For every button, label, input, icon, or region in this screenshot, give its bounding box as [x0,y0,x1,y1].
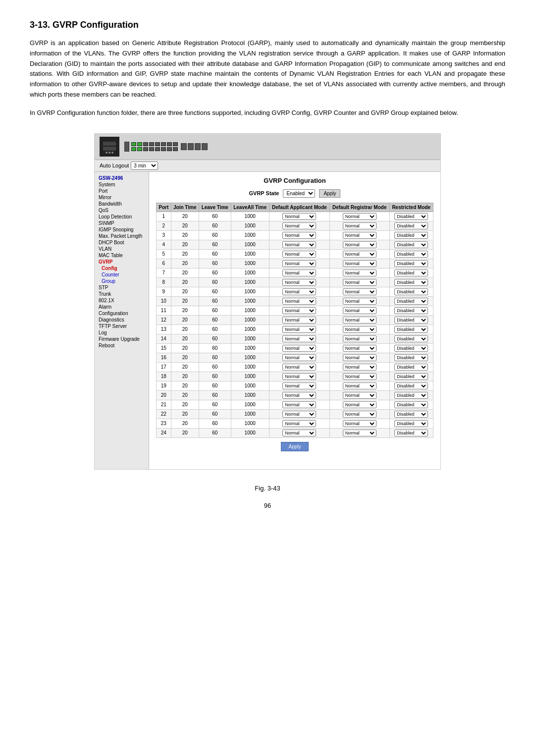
sidebar-item-bandwidth[interactable]: Bandwidth [95,201,149,207]
select-registrar-3[interactable]: NormalFixedForbidden [343,232,376,239]
cell-registrar-4[interactable]: NormalFixedForbidden [329,240,389,249]
select-applicant-16[interactable]: NormalFixedForbidden [282,354,316,361]
select-restricted-12[interactable]: DisabledEnabled [394,317,428,324]
cell-applicant-10[interactable]: NormalFixedForbidden [269,296,329,306]
select-registrar-19[interactable]: NormalFixedForbidden [343,382,376,389]
select-restricted-14[interactable]: DisabledEnabled [394,335,428,342]
cell-restricted-20[interactable]: DisabledEnabled [389,390,433,400]
cell-applicant-8[interactable]: NormalFixedForbidden [269,277,329,287]
select-applicant-3[interactable]: NormalFixedForbidden [282,232,316,239]
cell-applicant-17[interactable]: NormalFixedForbidden [269,362,329,372]
cell-applicant-5[interactable]: NormalFixedForbidden [269,249,329,259]
select-restricted-7[interactable]: DisabledEnabled [394,270,428,276]
select-applicant-13[interactable]: NormalFixedForbidden [282,326,316,333]
cell-applicant-24[interactable]: NormalFixedForbidden [269,428,329,437]
cell-restricted-18[interactable]: DisabledEnabled [389,372,433,381]
cell-restricted-5[interactable]: DisabledEnabled [389,249,433,259]
select-restricted-18[interactable]: DisabledEnabled [394,373,428,380]
select-registrar-21[interactable]: NormalFixedForbidden [343,401,376,408]
select-registrar-23[interactable]: NormalFixedForbidden [343,420,376,427]
select-applicant-15[interactable]: NormalFixedForbidden [282,345,316,352]
sidebar-item-system[interactable]: System [95,181,149,188]
sidebar-item-gvrp[interactable]: GVRP [95,259,149,265]
cell-registrar-18[interactable]: NormalFixedForbidden [329,372,389,381]
cell-restricted-7[interactable]: DisabledEnabled [389,268,433,277]
cell-registrar-7[interactable]: NormalFixedForbidden [329,268,389,277]
select-applicant-6[interactable]: NormalFixedForbidden [282,260,316,267]
cell-restricted-24[interactable]: DisabledEnabled [389,428,433,437]
select-registrar-7[interactable]: NormalFixedForbidden [343,270,376,276]
select-registrar-14[interactable]: NormalFixedForbidden [343,335,376,342]
select-registrar-18[interactable]: NormalFixedForbidden [343,373,376,380]
select-restricted-24[interactable]: DisabledEnabled [394,430,428,436]
cell-applicant-12[interactable]: NormalFixedForbidden [269,315,329,324]
select-registrar-22[interactable]: NormalFixedForbidden [343,411,376,418]
cell-restricted-9[interactable]: DisabledEnabled [389,287,433,296]
cell-applicant-4[interactable]: NormalFixedForbidden [269,240,329,249]
cell-applicant-22[interactable]: NormalFixedForbidden [269,409,329,419]
cell-registrar-17[interactable]: NormalFixedForbidden [329,362,389,372]
cell-restricted-10[interactable]: DisabledEnabled [389,296,433,306]
sidebar-item-port[interactable]: Port [95,188,149,194]
sidebar-item-mirror[interactable]: Mirror [95,194,149,201]
select-restricted-10[interactable]: DisabledEnabled [394,298,428,305]
sidebar-item-gvrp-config[interactable]: Config [95,265,149,271]
cell-applicant-19[interactable]: NormalFixedForbidden [269,381,329,390]
cell-restricted-19[interactable]: DisabledEnabled [389,381,433,390]
cell-restricted-6[interactable]: DisabledEnabled [389,259,433,268]
select-registrar-12[interactable]: NormalFixedForbidden [343,317,376,324]
sidebar-item-configuration[interactable]: Configuration [95,310,149,317]
select-registrar-11[interactable]: NormalFixedForbidden [343,307,376,314]
sidebar-item-reboot[interactable]: Reboot [95,342,149,349]
cell-applicant-13[interactable]: NormalFixedForbidden [269,324,329,334]
select-applicant-20[interactable]: NormalFixedForbidden [282,392,316,399]
select-restricted-3[interactable]: DisabledEnabled [394,232,428,239]
select-restricted-15[interactable]: DisabledEnabled [394,345,428,352]
select-restricted-4[interactable]: DisabledEnabled [394,241,428,248]
sidebar-item-802-1x[interactable]: 802.1X [95,297,149,304]
cell-registrar-11[interactable]: NormalFixedForbidden [329,306,389,315]
cell-registrar-5[interactable]: NormalFixedForbidden [329,249,389,259]
select-restricted-2[interactable]: DisabledEnabled [394,222,428,229]
cell-applicant-7[interactable]: NormalFixedForbidden [269,268,329,277]
cell-registrar-1[interactable]: NormalFixedForbidden [329,212,389,221]
cell-restricted-11[interactable]: DisabledEnabled [389,306,433,315]
cell-registrar-2[interactable]: NormalFixedForbidden [329,221,389,230]
cell-registrar-6[interactable]: NormalFixedForbidden [329,259,389,268]
select-registrar-4[interactable]: NormalFixedForbidden [343,241,376,248]
cell-applicant-6[interactable]: NormalFixedForbidden [269,259,329,268]
cell-registrar-22[interactable]: NormalFixedForbidden [329,409,389,419]
cell-applicant-15[interactable]: NormalFixedForbidden [269,343,329,353]
select-registrar-10[interactable]: NormalFixedForbidden [343,298,376,305]
cell-restricted-3[interactable]: DisabledEnabled [389,230,433,240]
cell-registrar-24[interactable]: NormalFixedForbidden [329,428,389,437]
select-applicant-9[interactable]: NormalFixedForbidden [282,288,316,295]
select-restricted-16[interactable]: DisabledEnabled [394,354,428,361]
sidebar-item-dhcp-boot[interactable]: DHCP Boot [95,239,149,246]
cell-applicant-14[interactable]: NormalFixedForbidden [269,334,329,343]
sidebar-item-igmp-snooping[interactable]: IGMP Snooping [95,226,149,233]
select-applicant-8[interactable]: NormalFixedForbidden [282,279,316,286]
sidebar-item-stp[interactable]: STP [95,284,149,291]
cell-registrar-3[interactable]: NormalFixedForbidden [329,230,389,240]
cell-applicant-16[interactable]: NormalFixedForbidden [269,353,329,362]
cell-restricted-14[interactable]: DisabledEnabled [389,334,433,343]
cell-registrar-15[interactable]: NormalFixedForbidden [329,343,389,353]
select-applicant-11[interactable]: NormalFixedForbidden [282,307,316,314]
cell-applicant-3[interactable]: NormalFixedForbidden [269,230,329,240]
sidebar-item-alarm[interactable]: Alarm [95,304,149,310]
cell-restricted-4[interactable]: DisabledEnabled [389,240,433,249]
cell-applicant-2[interactable]: NormalFixedForbidden [269,221,329,230]
select-registrar-16[interactable]: NormalFixedForbidden [343,354,376,361]
auto-logout-select[interactable]: 3 min 5 min 10 min Never [131,162,158,170]
select-restricted-17[interactable]: DisabledEnabled [394,364,428,371]
select-registrar-20[interactable]: NormalFixedForbidden [343,392,376,399]
select-registrar-9[interactable]: NormalFixedForbidden [343,288,376,295]
cell-registrar-23[interactable]: NormalFixedForbidden [329,419,389,428]
sidebar-item-vlan[interactable]: VLAN [95,246,149,252]
sidebar-item-trunk[interactable]: Trunk [95,291,149,297]
sidebar-item-diagnostics[interactable]: Diagnostics [95,317,149,323]
cell-restricted-13[interactable]: DisabledEnabled [389,324,433,334]
select-registrar-8[interactable]: NormalFixedForbidden [343,279,376,286]
cell-applicant-23[interactable]: NormalFixedForbidden [269,419,329,428]
